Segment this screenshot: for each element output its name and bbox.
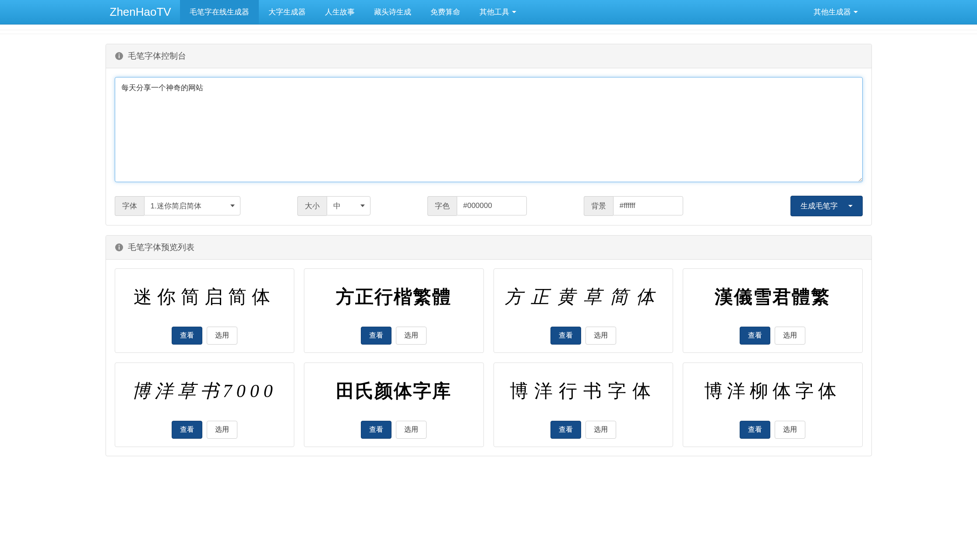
- size-group: 大小 中: [297, 196, 370, 216]
- color-input[interactable]: [457, 196, 527, 215]
- text-input[interactable]: [115, 77, 863, 182]
- separator: [0, 30, 977, 34]
- svg-rect-1: [119, 55, 120, 58]
- caret-down-icon: [512, 11, 516, 13]
- select-button[interactable]: 选用: [585, 327, 616, 345]
- nav-item-bigtext[interactable]: 大字生成器: [259, 0, 315, 24]
- preview-card: 漢儀雪君體繁查看选用: [683, 268, 863, 353]
- view-button[interactable]: 查看: [550, 327, 581, 345]
- preview-font-sample: 田氏颜体字库: [309, 371, 479, 411]
- preview-font-sample: 方正黄草简体: [498, 277, 669, 317]
- card-buttons: 查看选用: [498, 421, 669, 439]
- view-button[interactable]: 查看: [740, 421, 770, 439]
- nav-item-brush-generator[interactable]: 毛笔字在线生成器: [180, 0, 259, 24]
- nav-item-fortune[interactable]: 免费算命: [421, 0, 470, 24]
- preview-panel: 毛笔字体预览列表 迷你简启简体查看选用方正行楷繁體查看选用方正黄草简体查看选用漢…: [106, 235, 872, 456]
- color-group: 字色: [427, 196, 527, 216]
- svg-rect-4: [119, 247, 120, 250]
- select-button[interactable]: 选用: [396, 327, 427, 345]
- caret-down-icon: [854, 11, 858, 13]
- select-button[interactable]: 选用: [775, 327, 805, 345]
- select-button[interactable]: 选用: [207, 327, 237, 345]
- svg-point-2: [118, 53, 120, 55]
- controls-row: 字体 1.迷你简启简体 大小 中 字色 背景: [115, 196, 863, 216]
- nav-item-other-generators[interactable]: 其他生成器: [804, 0, 868, 24]
- bg-label: 背景: [584, 196, 613, 216]
- preview-card: 博洋柳体字体查看选用: [683, 363, 863, 447]
- nav-item-acrostic[interactable]: 藏头诗生成: [364, 0, 421, 24]
- caret-down-icon: [848, 205, 853, 207]
- top-navbar: ZhenHaoTV 毛笔字在线生成器 大字生成器 人生故事 藏头诗生成 免费算命…: [0, 0, 977, 25]
- preview-card: 博洋行书字体查看选用: [494, 363, 674, 447]
- preview-grid: 迷你简启简体查看选用方正行楷繁體查看选用方正黄草简体查看选用漢儀雪君體繁查看选用…: [106, 260, 871, 456]
- size-select[interactable]: 中: [327, 196, 370, 215]
- preview-font-sample: 博洋行书字体: [498, 371, 669, 411]
- select-button[interactable]: 选用: [775, 421, 805, 439]
- view-button[interactable]: 查看: [550, 421, 581, 439]
- card-buttons: 查看选用: [309, 327, 479, 345]
- card-buttons: 查看选用: [498, 327, 669, 345]
- card-buttons: 查看选用: [309, 421, 479, 439]
- control-panel: 毛笔字体控制台 字体 1.迷你简启简体 大小 中: [106, 44, 872, 225]
- select-button[interactable]: 选用: [585, 421, 616, 439]
- nav-item-label: 其他生成器: [814, 7, 851, 17]
- nav-item-life-story[interactable]: 人生故事: [315, 0, 364, 24]
- size-label: 大小: [297, 196, 327, 216]
- brand-link[interactable]: ZhenHaoTV: [101, 0, 180, 24]
- color-label: 字色: [427, 196, 457, 216]
- view-button[interactable]: 查看: [361, 327, 392, 345]
- select-button[interactable]: 选用: [396, 421, 427, 439]
- svg-point-5: [118, 245, 120, 246]
- control-panel-title: 毛笔字体控制台: [128, 50, 186, 62]
- preview-card: 博洋草书7000查看选用: [115, 363, 295, 447]
- preview-font-sample: 博洋柳体字体: [688, 371, 858, 411]
- card-buttons: 查看选用: [688, 421, 858, 439]
- view-button[interactable]: 查看: [172, 327, 202, 345]
- nav-items: 毛笔字在线生成器 大字生成器 人生故事 藏头诗生成 免费算命 其他工具: [180, 0, 804, 24]
- view-button[interactable]: 查看: [361, 421, 392, 439]
- preview-card: 方正行楷繁體查看选用: [304, 268, 484, 353]
- preview-card: 方正黄草简体查看选用: [494, 268, 674, 353]
- preview-card: 迷你简启简体查看选用: [115, 268, 295, 353]
- preview-card: 田氏颜体字库查看选用: [304, 363, 484, 447]
- info-icon: [115, 243, 123, 252]
- generate-button-label: 生成毛笔字: [801, 201, 838, 211]
- font-select[interactable]: 1.迷你简启简体: [144, 196, 240, 215]
- preview-font-sample: 漢儀雪君體繁: [688, 277, 858, 317]
- preview-font-sample: 博洋草书7000: [120, 371, 290, 411]
- nav-item-other-tools[interactable]: 其他工具: [470, 0, 526, 24]
- card-buttons: 查看选用: [688, 327, 858, 345]
- info-icon: [115, 52, 123, 60]
- generate-button[interactable]: 生成毛笔字: [790, 196, 863, 216]
- card-buttons: 查看选用: [120, 327, 290, 345]
- view-button[interactable]: 查看: [740, 327, 770, 345]
- bg-input[interactable]: [613, 196, 683, 215]
- font-label: 字体: [115, 196, 144, 216]
- preview-panel-title: 毛笔字体预览列表: [128, 242, 194, 253]
- view-button[interactable]: 查看: [172, 421, 202, 439]
- select-button[interactable]: 选用: [207, 421, 237, 439]
- control-panel-heading: 毛笔字体控制台: [106, 44, 871, 68]
- nav-item-label: 其他工具: [480, 7, 509, 17]
- card-buttons: 查看选用: [120, 421, 290, 439]
- bg-group: 背景: [584, 196, 683, 216]
- preview-font-sample: 迷你简启简体: [120, 277, 290, 317]
- preview-font-sample: 方正行楷繁體: [309, 277, 479, 317]
- font-group: 字体 1.迷你简启简体: [115, 196, 240, 216]
- preview-panel-heading: 毛笔字体预览列表: [106, 236, 871, 260]
